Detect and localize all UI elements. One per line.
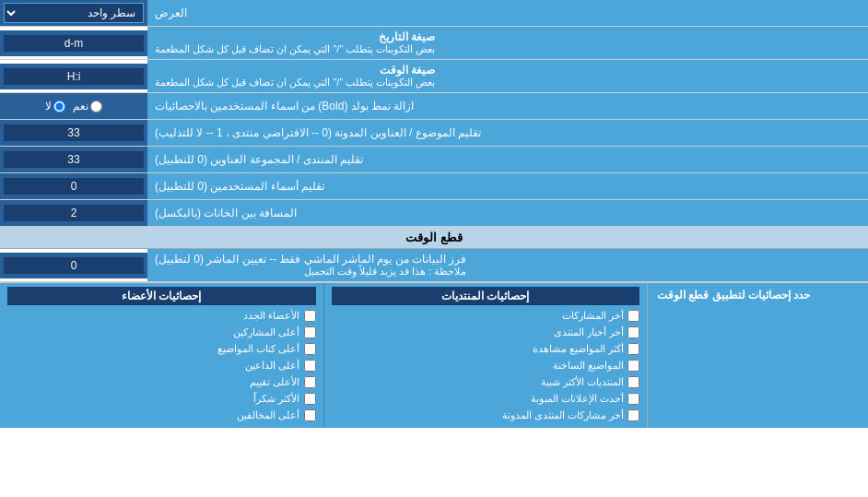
display-mode-select[interactable]: سطر واحد سطران ثلاثة أسطر	[4, 3, 144, 23]
recent-topics-checkbox[interactable]	[628, 360, 639, 372]
top-rated-label: الأعلى تقييم	[250, 376, 299, 388]
date-format-field[interactable]	[4, 35, 144, 52]
bold-remove-no[interactable]: لا	[45, 100, 65, 112]
last-news-checkbox[interactable]	[628, 326, 639, 338]
top-writers-checkbox[interactable]	[304, 343, 316, 355]
time-format-label: صيغة الوقت بعض التكوينات يتطلب "/" التي …	[147, 60, 868, 92]
date-format-input[interactable]	[0, 30, 147, 56]
top-writers-item: أعلى كتاب المواضيع	[7, 343, 316, 355]
users-sort-field[interactable]	[4, 178, 144, 195]
bold-remove-yes[interactable]: نعم	[73, 100, 102, 112]
users-sort-label: تقليم أسماء المستخدمين (0 للتطبيل)	[147, 173, 868, 199]
top-visitors-checkbox[interactable]	[304, 409, 316, 421]
topic-sort-row: تقليم الموضوع / العناوين المدونة (0 -- ا…	[0, 120, 868, 147]
bold-remove-label: ازالة نمط بولد (Bold) من اسماء المستخدمي…	[147, 93, 868, 119]
bold-remove-row: ازالة نمط بولد (Bold) من اسماء المستخدمي…	[0, 93, 868, 120]
stats-apply-label: حدد إحصائيات لتطبيق قطع الوقت	[657, 289, 810, 302]
recent-topics-label: المواضيع الساخنة	[553, 360, 624, 372]
new-members-label: الأعضاء الجدد	[243, 310, 299, 322]
most-viewed-label: أكثر المواضيع مشاهدة	[533, 343, 624, 355]
last-news-item: أخر أخبار المنتدى	[332, 326, 640, 338]
most-thanked-item: الأكثر شكراً	[7, 393, 316, 405]
time-format-input[interactable]	[0, 64, 147, 89]
date-format-label: صيغة التاريخ بعض التكوينات يتطلب "/" الت…	[147, 27, 868, 59]
topic-sort-field[interactable]	[4, 124, 144, 141]
time-format-row: صيغة الوقت بعض التكوينات يتطلب "/" التي …	[0, 60, 868, 93]
most-thanked-checkbox[interactable]	[304, 393, 316, 405]
topic-sort-label: تقليم الموضوع / العناوين المدونة (0 -- ا…	[147, 120, 868, 146]
cutoff-section-header: قطع الوقت	[0, 227, 868, 249]
similar-forums-label: المنتديات الأكثر شبية	[541, 376, 624, 388]
forum-sort-field[interactable]	[4, 151, 144, 168]
top-rated-checkbox[interactable]	[304, 376, 316, 388]
most-thanked-label: الأكثر شكراً	[253, 393, 299, 405]
top-posters-checkbox[interactable]	[304, 326, 316, 338]
top-visitors-item: أعلى المخالفين	[7, 409, 316, 421]
last-managed-label: أخر مشاركات المنتدى المدونة	[502, 409, 624, 421]
bottom-wrapper: حدد إحصائيات لتطبيق قطع الوقت إحصائيات ا…	[0, 282, 868, 428]
last-managed-checkbox[interactable]	[628, 409, 639, 421]
top-visitors-label: أعلى المخالفين	[237, 409, 299, 421]
forum-sort-input[interactable]	[0, 147, 147, 172]
display-mode-label: العرض	[147, 0, 868, 26]
cutoff-input[interactable]	[0, 253, 147, 278]
member-stats-col: إحصائيات الأعضاء الأعضاء الجدد أعلى المش…	[0, 283, 324, 428]
topic-sort-input[interactable]	[0, 120, 147, 146]
users-sort-row: تقليم أسماء المستخدمين (0 للتطبيل)	[0, 173, 868, 200]
time-format-field[interactable]	[4, 68, 144, 85]
most-viewed-item: أكثر المواضيع مشاهدة	[332, 343, 640, 355]
recent-ads-item: أحدث الإعلانات المبوبة	[332, 393, 640, 405]
forum-sort-label: تقليم المنتدى / المجموعة العناوين (0 للت…	[147, 147, 868, 172]
users-sort-input[interactable]	[0, 173, 147, 199]
distance-field[interactable]	[4, 205, 144, 221]
last-news-label: أخر أخبار المنتدى	[554, 326, 624, 338]
distance-label: المسافة بين الخانات (بالبكسل)	[147, 200, 868, 226]
date-format-row: صيغة التاريخ بعض التكوينات يتطلب "/" الت…	[0, 27, 868, 60]
bold-remove-options: نعم لا	[0, 93, 147, 119]
last-posts-item: أخر المشاركات	[332, 310, 640, 322]
distance-row: المسافة بين الخانات (بالبكسل)	[0, 200, 868, 227]
top-writers-label: أعلى كتاب المواضيع	[217, 343, 299, 355]
display-mode-row: العرض سطر واحد سطران ثلاثة أسطر	[0, 0, 868, 27]
recent-ads-label: أحدث الإعلانات المبوبة	[531, 393, 624, 405]
last-posts-label: أخر المشاركات	[562, 310, 624, 322]
display-mode-input[interactable]: سطر واحد سطران ثلاثة أسطر	[0, 0, 147, 26]
bold-yes-radio[interactable]	[90, 101, 102, 112]
new-members-item: الأعضاء الجدد	[7, 310, 316, 322]
top-posters-item: أعلى المشاركين	[7, 326, 316, 338]
cutoff-label: فرز البيانات من يوم الماشر الماشي فقط --…	[147, 249, 868, 281]
last-managed-item: أخر مشاركات المنتدى المدونة	[332, 409, 640, 421]
cutoff-field[interactable]	[4, 257, 144, 274]
forum-stats-header: إحصائيات المنتديات	[332, 287, 640, 305]
similar-forums-checkbox[interactable]	[628, 376, 639, 388]
member-stats-header: إحصائيات الأعضاء	[7, 287, 316, 305]
top-callers-item: أعلى الداعين	[7, 360, 316, 372]
similar-forums-item: المنتديات الأكثر شبية	[332, 376, 640, 388]
main-container: العرض سطر واحد سطران ثلاثة أسطر صيغة الت…	[0, 0, 868, 428]
forum-stats-col: إحصائيات المنتديات أخر المشاركات أخر أخب…	[324, 283, 648, 428]
last-posts-checkbox[interactable]	[628, 310, 639, 322]
bold-no-radio[interactable]	[53, 101, 65, 112]
recent-topics-item: المواضيع الساخنة	[332, 360, 640, 372]
recent-ads-checkbox[interactable]	[628, 393, 639, 405]
new-members-checkbox[interactable]	[304, 310, 316, 322]
forum-sort-row: تقليم المنتدى / المجموعة العناوين (0 للت…	[0, 147, 868, 173]
top-callers-label: أعلى الداعين	[245, 360, 299, 372]
most-viewed-checkbox[interactable]	[628, 343, 639, 355]
cutoff-row: فرز البيانات من يوم الماشر الماشي فقط --…	[0, 249, 868, 282]
distance-input[interactable]	[0, 200, 147, 226]
top-rated-item: الأعلى تقييم	[7, 376, 316, 388]
top-posters-label: أعلى المشاركين	[233, 326, 299, 338]
top-callers-checkbox[interactable]	[304, 360, 316, 372]
bottom-right-section: حدد إحصائيات لتطبيق قطع الوقت	[647, 283, 868, 428]
